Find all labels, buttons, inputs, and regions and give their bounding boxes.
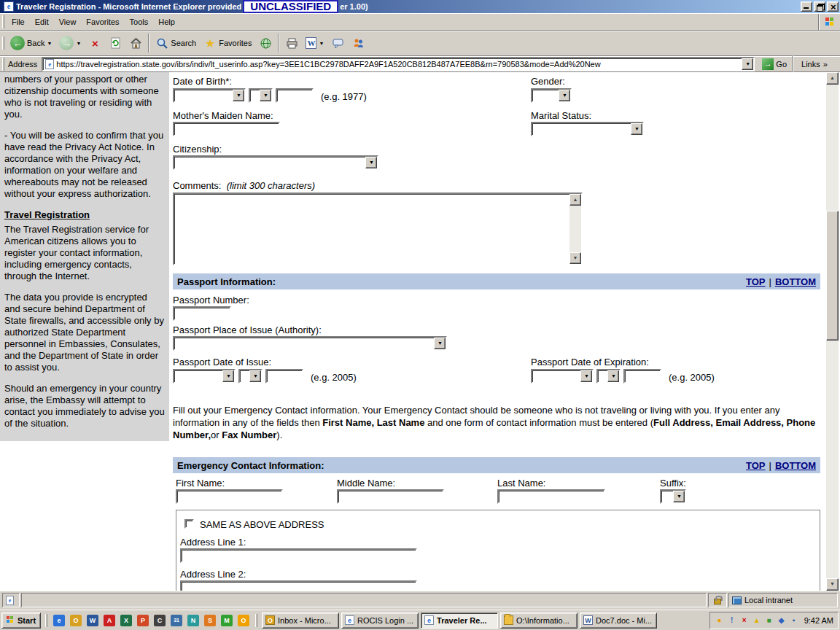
first-name-input[interactable] [176, 489, 283, 504]
go-button[interactable]: → Go [759, 58, 790, 71]
tray-icon[interactable]: ! [727, 615, 737, 626]
page-scrollbar[interactable]: ▲ ▼ [826, 72, 839, 591]
passport-issue-year-input[interactable] [265, 369, 303, 384]
quicklaunch-calendar-icon[interactable]: 31 [171, 615, 182, 626]
scroll-down-icon[interactable]: ▼ [569, 252, 581, 264]
task-traveler-registration[interactable]: e Traveler Re... [421, 612, 498, 629]
quicklaunch-app-icon[interactable]: O [238, 615, 249, 626]
quicklaunch-ie-icon[interactable]: e [53, 615, 65, 626]
home-button[interactable] [125, 32, 146, 54]
passport-issue-day-select[interactable] [238, 369, 262, 384]
tray-icon[interactable]: ■ [764, 615, 774, 626]
same-as-above-checkbox[interactable] [184, 519, 194, 529]
chevron-down-icon[interactable] [559, 90, 570, 101]
chevron-down-icon[interactable] [580, 370, 592, 382]
dob-month-select[interactable] [173, 88, 246, 103]
quicklaunch-grip[interactable] [45, 614, 47, 627]
stop-button[interactable]: × [85, 32, 105, 54]
quicklaunch-acrobat-icon[interactable]: A [104, 615, 115, 626]
quicklaunch-powerpoint-icon[interactable]: P [137, 615, 149, 626]
citizenship-select[interactable] [173, 155, 378, 170]
menu-grip[interactable] [2, 15, 4, 28]
edit-dropdown-icon[interactable]: ▼ [319, 41, 324, 46]
menu-favorites[interactable]: Favorites [81, 16, 124, 28]
quicklaunch-console-icon[interactable]: C [154, 615, 166, 626]
gender-select[interactable] [531, 88, 572, 103]
address-dropdown-icon[interactable] [742, 58, 753, 70]
quicklaunch-word-icon[interactable]: W [87, 615, 98, 626]
passport-number-input[interactable] [173, 306, 231, 321]
passport-bottom-link[interactable]: BOTTOM [775, 276, 816, 287]
passport-expiration-month-select[interactable] [531, 369, 594, 384]
chevron-down-icon[interactable] [673, 491, 685, 502]
marital-status-select[interactable] [531, 122, 644, 136]
menu-tools[interactable]: Tools [125, 16, 154, 28]
toolbar-grip[interactable] [2, 36, 4, 50]
mothers-maiden-name-input[interactable] [173, 122, 280, 136]
menu-edit[interactable]: Edit [30, 16, 54, 28]
tray-icon[interactable]: ◆ [777, 615, 787, 626]
links-toolbar[interactable]: Links » [801, 60, 828, 69]
address-line2-input[interactable] [180, 580, 417, 591]
suffix-select[interactable] [660, 489, 686, 504]
task-inbox[interactable]: O Inbox - Micro... [262, 612, 339, 629]
history-button[interactable] [255, 32, 276, 54]
middle-name-input[interactable] [337, 489, 444, 504]
search-button[interactable]: Search [152, 32, 200, 54]
dob-day-select[interactable] [249, 88, 273, 103]
tray-icon[interactable]: ▪ [789, 615, 799, 626]
chevron-down-icon[interactable] [260, 90, 271, 101]
minimize-button[interactable] [801, 1, 812, 12]
scroll-down-icon[interactable]: ▼ [826, 578, 839, 591]
restore-button[interactable] [814, 1, 825, 12]
comments-textarea[interactable]: ▲ ▼ [173, 192, 583, 265]
passport-issue-month-select[interactable] [173, 369, 236, 384]
edit-with-word-button[interactable]: W ▼ [302, 32, 327, 54]
favorites-button[interactable]: ★ Favorites [200, 32, 255, 54]
passport-place-select[interactable] [173, 336, 447, 351]
refresh-button[interactable] [105, 32, 125, 54]
tray-icon[interactable]: ● [715, 615, 725, 626]
last-name-input[interactable] [497, 489, 605, 504]
start-button[interactable]: Start [1, 612, 41, 629]
scroll-up-icon[interactable]: ▲ [569, 194, 581, 206]
back-button[interactable]: ← Back ▼ [7, 32, 55, 54]
forward-dropdown-icon[interactable]: ▼ [76, 41, 81, 46]
address-line1-input[interactable] [180, 548, 417, 563]
quicklaunch-excel-icon[interactable]: X [120, 615, 132, 626]
chevron-down-icon[interactable] [249, 370, 261, 382]
back-dropdown-icon[interactable]: ▼ [47, 41, 52, 46]
scrollbar-thumb[interactable] [826, 211, 839, 341]
quicklaunch-outlook-icon[interactable]: O [70, 615, 82, 626]
quicklaunch-media-icon[interactable]: M [221, 615, 233, 626]
quicklaunch-notes-icon[interactable]: N [187, 615, 199, 626]
chevron-down-icon[interactable] [233, 90, 244, 101]
passport-expiration-day-select[interactable] [596, 369, 621, 384]
discuss-button[interactable] [327, 32, 348, 54]
menu-help[interactable]: Help [153, 16, 180, 28]
print-button[interactable] [281, 32, 302, 54]
messenger-button[interactable] [348, 32, 368, 54]
address-input[interactable]: e https://travelregistration.state.gov/i… [42, 57, 755, 71]
tasks-grip[interactable] [255, 614, 257, 627]
close-button[interactable] [827, 1, 839, 12]
chevron-down-icon[interactable] [365, 157, 377, 168]
menu-file[interactable]: File [7, 16, 30, 28]
task-folder-window[interactable]: O:\Informatio... [500, 612, 578, 629]
emergency-top-link[interactable]: TOP [746, 460, 766, 471]
dob-year-input[interactable] [276, 88, 314, 103]
tray-icon[interactable]: × [739, 615, 750, 626]
address-grip[interactable] [2, 58, 4, 71]
passport-expiration-year-input[interactable] [623, 369, 661, 384]
textarea-scrollbar[interactable]: ▲ ▼ [569, 194, 581, 264]
task-rocis-login[interactable]: e ROCIS Login ... [341, 612, 419, 629]
links-chevron-icon[interactable]: » [823, 60, 828, 69]
tray-icon[interactable]: ▲ [752, 615, 762, 626]
passport-top-link[interactable]: TOP [746, 276, 766, 287]
menu-view[interactable]: View [54, 16, 82, 28]
chevron-down-icon[interactable] [607, 370, 619, 382]
forward-button[interactable]: → ▼ [55, 32, 85, 54]
scroll-up-icon[interactable]: ▲ [826, 72, 839, 85]
chevron-down-icon[interactable] [434, 338, 446, 349]
chevron-down-icon[interactable] [631, 123, 642, 135]
